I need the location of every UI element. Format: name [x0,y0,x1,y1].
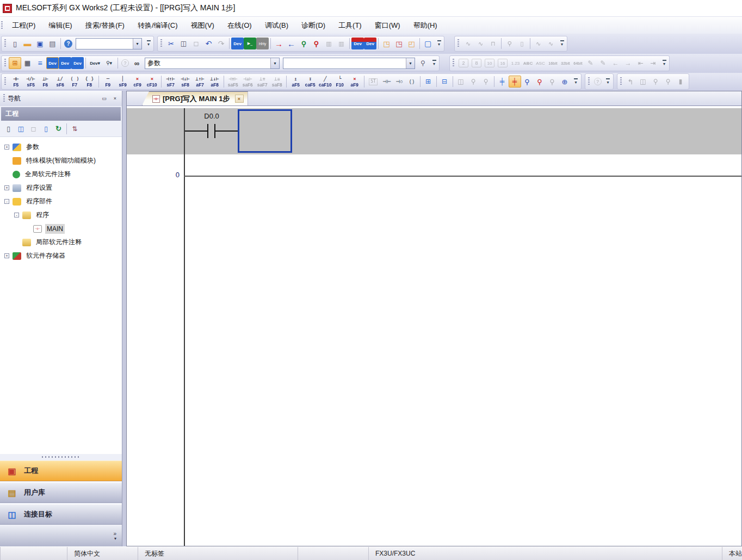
pin-icon[interactable]: ▭ [100,95,109,103]
ladder-symbol-button[interactable]: ⊥↑⊢ aF7 [193,74,207,89]
buffer-memory-monitor-icon[interactable]: ▶_ [244,38,256,49]
panel-splitter[interactable] [0,454,122,459]
navigation-window-icon[interactable]: ⊞ [9,57,21,69]
find-combo[interactable]: ▾ [283,58,415,69]
device-first-icon[interactable]: ⇤ [634,57,647,69]
output-window-icon[interactable]: ≡ [34,57,46,69]
toolbar-overflow-icon[interactable]: ▾ [436,37,442,50]
statement-jump-2-icon[interactable]: ◳ [393,38,405,49]
monitor-stop-icon[interactable]: ⚲ [310,38,323,49]
paste-icon[interactable]: ◻ [190,38,202,49]
open-project-icon[interactable]: ▬ [21,38,34,49]
function-block-selection-icon[interactable]: ▦ [21,57,34,69]
statement-jump-1-icon[interactable]: ◳ [380,38,393,49]
cut-icon[interactable]: ✂ [165,38,177,49]
device-test-write-2-icon[interactable]: ✎ [597,57,609,69]
tree-item[interactable]: 局部软元件注释 [0,235,122,249]
toolbar-overflow-icon[interactable]: ▾ [605,75,611,88]
print-icon[interactable]: ▤ [46,38,59,49]
menu-item[interactable]: 在线(O) [221,17,258,34]
close-icon[interactable]: × [110,95,120,103]
device-skip-back-icon[interactable]: ← [609,57,622,69]
ladder-symbol-button[interactable]: ⊣↓⊢ sF8 [178,74,193,89]
bookmark-icon[interactable]: ▮ [675,76,687,88]
tree-item[interactable]: - 程序 [0,208,122,222]
ladder-edit-mode-icon[interactable]: ╪ [509,76,521,88]
monitor-read-icon[interactable]: ▥ [335,38,348,49]
write-to-plc-icon[interactable]: → [273,38,285,49]
tree-item[interactable]: + 软元件存储器 [0,249,122,263]
write-grid-1-icon[interactable]: ⊞ [422,76,435,88]
navigation-mode-button[interactable]: ▤ 用户库 [0,482,122,503]
menu-item[interactable]: 窗口(W) [368,17,407,34]
statement-find-2-icon[interactable]: ⚲ [480,76,492,88]
monitor-mode-icon[interactable]: ⚲ [546,76,559,88]
paste-data-icon[interactable]: ◻ [27,123,40,135]
menu-item[interactable]: 视图(V) [184,17,221,34]
statement-find-1-icon[interactable]: ⚲ [467,76,480,88]
monitor-write-icon[interactable]: ▥ [323,38,335,49]
editor-tab[interactable]: ⊣⊢ [PRG]写入 MAIN 1步 × [142,91,248,105]
trace-rising-icon[interactable]: ∿ [462,38,474,49]
device-monitor-1-icon[interactable]: Dev [351,38,364,49]
edit-cursor[interactable] [238,109,292,153]
data-property-icon[interactable]: ▯ [40,123,52,135]
new-project-icon[interactable]: ▯ [9,38,21,49]
ascii-display-icon[interactable]: ASC [534,57,547,69]
ladder-symbol-button[interactable]: ⊣⇈⊢ saF5 [226,74,240,89]
ladder-canvas[interactable]: D0.0 0 [127,106,741,546]
navigation-more-bar[interactable]: » ▾ [0,526,122,546]
trace-wave-1-icon[interactable]: ∿ [532,38,545,49]
find-menu-icon[interactable]: ⚲▾ [102,57,116,69]
find-doc-2-icon[interactable]: ⚲ [662,76,675,88]
ladder-symbol-button[interactable]: × cF9 [130,74,145,89]
device-skip-forward-icon[interactable]: → [622,57,634,69]
device-last-icon[interactable]: ⇥ [647,57,659,69]
decimal-display-icon[interactable]: 10 [485,59,494,67]
tab-close-icon[interactable]: × [235,95,244,103]
help-icon[interactable]: ? [64,40,72,48]
device-comment-icon[interactable]: Dev [46,57,59,69]
menu-item[interactable]: 搜索/替换(F) [79,17,131,34]
find-in-project-icon[interactable]: ⚲ [417,57,429,69]
chevron-down-icon[interactable]: ▾ [270,58,279,69]
tree-expander[interactable]: + [4,145,9,150]
read-mode-icon[interactable]: ⚲ [521,76,534,88]
help-2-icon[interactable]: ? [121,59,129,67]
abc-display-icon[interactable]: ABC [522,57,534,69]
tree-item[interactable]: - 程序部件 [0,195,122,208]
remote-operation-icon[interactable]: ▢ [422,38,434,49]
new-data-icon[interactable]: ▯ [2,123,15,135]
real-display-icon[interactable]: 1.23 [509,57,522,69]
chevron-down-icon[interactable]: ▾ [406,58,415,69]
statement-list-icon[interactable]: ◫ [455,76,467,88]
find-binoculars-icon[interactable]: ∞ [131,57,143,69]
device-combo[interactable]: 参数 ▾ [145,58,280,69]
trace-wave-2-icon[interactable]: ∿ [545,38,557,49]
trace-register-icon[interactable]: ▯ [516,38,528,49]
window-switch-icon[interactable]: ↰ [624,76,637,88]
ladder-symbol-button[interactable]: ⊣⇊⊢ saF6 [240,74,255,89]
ladder-symbol-button[interactable]: ⊥⇊ saF8 [270,74,285,89]
tree-expander[interactable]: - [4,199,9,204]
ladder-symbol-button[interactable]: ⊥/ sF6 [53,74,67,89]
toolbar-overflow-icon[interactable]: ▾ [145,37,152,50]
word-64bit-icon[interactable]: 64bit [572,57,584,69]
word-16bit-icon[interactable]: 16bit [547,57,559,69]
copy-data-icon[interactable]: ◫ [15,123,27,135]
ladder-symbol-button[interactable]: ⊣↑⊢ sF7 [163,74,178,89]
undo-icon[interactable]: ↶ [202,38,215,49]
write-grid-2-icon[interactable]: ⊟ [438,76,451,88]
menu-item[interactable]: 编辑(E) [42,17,78,34]
ladder-symbol-button[interactable]: ⊥⊢ F6 [38,74,53,89]
ladder-symbol-button[interactable]: × aF9 [348,74,362,89]
write-mode-icon[interactable]: ⚲ [534,76,546,88]
menu-item[interactable]: 转换/编译(C) [131,17,184,34]
help-3-icon[interactable]: ? [594,78,602,85]
ladder-symbol-mode-icon[interactable]: ╪ [496,76,509,88]
ladder-symbol-button[interactable]: ⊣⊢ F5 [9,74,23,89]
tree-expander[interactable]: + [4,185,9,190]
device-test-write-icon[interactable]: ✎ [584,57,597,69]
zoom-icon[interactable]: ⊕ [559,76,571,88]
sort-menu-icon[interactable]: ⇅ [69,123,81,135]
